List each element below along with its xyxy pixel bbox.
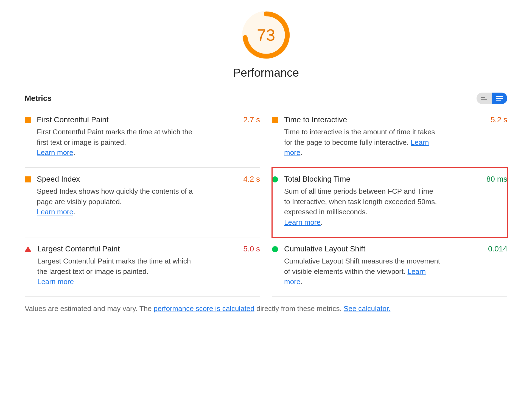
learn-more-row: Learn more. — [37, 148, 193, 158]
view-toggle — [477, 93, 507, 104]
footer-mid: directly from these metrics. — [254, 304, 344, 313]
metric-body: Speed Index4.2 sSpeed Index shows how qu… — [37, 175, 260, 228]
metric-name: Time to Interactive — [284, 115, 347, 124]
metrics-grid: First Contentful Paint2.7 sFirst Content… — [25, 108, 507, 297]
period: . — [73, 148, 75, 157]
square-average-icon — [25, 176, 31, 182]
metric-head: Largest Contentful Paint5.0 s — [37, 245, 260, 253]
metric-tbt: Total Blocking Time80 msSum of all time … — [272, 168, 507, 237]
metric-description: First Contentful Paint marks the time at… — [37, 127, 193, 158]
learn-more-link[interactable]: Learn more — [284, 218, 321, 226]
metric-head: First Contentful Paint2.7 s — [37, 115, 260, 124]
period: . — [300, 148, 302, 157]
report-header: 73 Performance — [25, 11, 507, 79]
svg-rect-3 — [496, 96, 503, 97]
metric-description: Cumulative Layout Shift measures the mov… — [284, 256, 441, 287]
view-toggle-compact[interactable] — [477, 93, 492, 104]
learn-more-row: Learn more — [37, 277, 194, 287]
metric-head: Time to Interactive5.2 s — [284, 115, 507, 124]
metric-tti: Time to Interactive5.2 sTime to interact… — [272, 108, 507, 168]
metric-description: Speed Index shows how quickly the conten… — [37, 186, 193, 217]
metric-description: Sum of all time periods between FCP and … — [284, 186, 441, 228]
metric-head: Speed Index4.2 s — [37, 175, 260, 184]
footer-link-calculator[interactable]: See calculator. — [344, 304, 391, 313]
learn-more-link[interactable]: Learn more — [37, 148, 73, 157]
metric-desc-text: Sum of all time periods between FCP and … — [284, 187, 437, 216]
metric-value: 5.0 s — [243, 245, 260, 253]
metric-name: First Contentful Paint — [37, 115, 108, 124]
footer-link-calculation[interactable]: performance score is calculated — [154, 304, 254, 313]
triangle-poor-icon — [25, 246, 31, 252]
score-value: 73 — [242, 11, 290, 59]
period: . — [300, 278, 302, 286]
metric-cls: Cumulative Layout Shift0.014Cumulative L… — [272, 237, 507, 297]
metric-desc-text: Largest Contentful Paint marks the time … — [37, 257, 191, 276]
learn-more-row: Learn more. — [284, 217, 441, 228]
period: . — [73, 208, 75, 216]
metric-body: Time to Interactive5.2 sTime to interact… — [284, 115, 507, 158]
metric-name: Largest Contentful Paint — [37, 245, 120, 253]
metric-head: Total Blocking Time80 ms — [284, 175, 507, 184]
learn-more-link[interactable]: Learn more — [37, 278, 74, 286]
metric-head: Cumulative Layout Shift0.014 — [284, 245, 507, 253]
svg-rect-5 — [496, 100, 501, 101]
metric-lcp: Largest Contentful Paint5.0 sLargest Con… — [25, 237, 260, 297]
metric-desc-text: First Contentful Paint marks the time at… — [37, 128, 192, 146]
metric-si: Speed Index4.2 sSpeed Index shows how qu… — [25, 168, 260, 237]
footer-prefix: Values are estimated and may vary. The — [25, 304, 154, 313]
circle-good-icon — [272, 246, 278, 252]
metric-value: 0.014 — [488, 245, 507, 253]
metric-description: Time to interactive is the amount of tim… — [284, 127, 441, 158]
metric-name: Speed Index — [37, 175, 80, 184]
square-average-icon — [272, 117, 278, 123]
category-title: Performance — [25, 66, 507, 79]
metric-body: Total Blocking Time80 msSum of all time … — [284, 175, 507, 228]
metric-fcp: First Contentful Paint2.7 sFirst Content… — [25, 108, 260, 168]
learn-more-link[interactable]: Learn more — [37, 208, 73, 216]
score-gauge: 73 — [242, 11, 290, 59]
metric-desc-text: Speed Index shows how quickly the conten… — [37, 187, 193, 206]
metric-value: 4.2 s — [243, 175, 260, 184]
metric-name: Total Blocking Time — [284, 175, 350, 184]
metric-body: First Contentful Paint2.7 sFirst Content… — [37, 115, 260, 158]
expanded-lines-icon — [496, 96, 503, 101]
metric-value: 2.7 s — [243, 115, 260, 124]
metrics-label: Metrics — [25, 94, 52, 103]
metric-body: Cumulative Layout Shift0.014Cumulative L… — [284, 245, 507, 287]
footer-note: Values are estimated and may vary. The p… — [25, 304, 507, 313]
learn-more-row: Learn more. — [37, 207, 193, 217]
svg-rect-4 — [496, 98, 503, 99]
metric-name: Cumulative Layout Shift — [284, 245, 365, 253]
metric-value: 80 ms — [486, 175, 507, 184]
metric-body: Largest Contentful Paint5.0 sLargest Con… — [37, 245, 260, 287]
view-toggle-expanded[interactable] — [492, 93, 507, 104]
circle-good-icon — [272, 176, 278, 182]
metric-value: 5.2 s — [491, 115, 507, 124]
compact-lines-icon — [481, 96, 487, 100]
square-average-icon — [25, 117, 31, 123]
metrics-header-row: Metrics — [25, 93, 507, 108]
svg-rect-2 — [481, 99, 487, 100]
metric-description: Largest Contentful Paint marks the time … — [37, 256, 194, 287]
svg-rect-1 — [481, 97, 485, 98]
period: . — [321, 218, 323, 226]
